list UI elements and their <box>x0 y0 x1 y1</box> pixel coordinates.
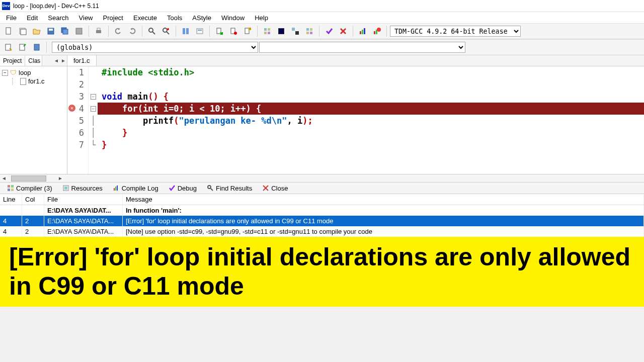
menu-edit[interactable]: Edit <box>23 13 42 23</box>
col-message[interactable]: Message <box>123 194 644 205</box>
menu-file[interactable]: File <box>2 13 21 23</box>
line-number: 6 <box>67 127 84 139</box>
svg-point-21 <box>234 32 237 35</box>
tab-project[interactable]: Project <box>0 56 25 66</box>
tab-classes[interactable]: Clas <box>25 56 42 66</box>
fold-toggle[interactable]: − <box>91 106 96 112</box>
tab-scroll-left[interactable]: ◄ <box>53 58 60 63</box>
compile-run-button[interactable] <box>289 25 302 38</box>
menu-window[interactable]: Window <box>217 13 249 23</box>
tab-compile-log[interactable]: Compile Log <box>108 183 164 194</box>
menu-project[interactable]: Project <box>99 13 127 23</box>
find-button[interactable] <box>145 25 158 38</box>
file-icon <box>20 78 26 85</box>
scroll-right-icon[interactable]: ► <box>56 175 64 181</box>
app-icon: Dev <box>2 2 10 10</box>
separator <box>108 26 109 37</box>
menu-search[interactable]: Search <box>44 13 72 23</box>
compile-button[interactable] <box>261 25 274 38</box>
svg-point-55 <box>208 186 211 189</box>
compiler-row[interactable]: E:\DAYA SAYA\DAT...In function 'main': <box>0 205 644 216</box>
svg-rect-33 <box>306 32 309 34</box>
tab-find-results[interactable]: Find Results <box>202 183 257 194</box>
svg-rect-34 <box>310 32 312 34</box>
error-marker-icon[interactable]: ✕ <box>68 105 75 112</box>
close-icon <box>262 185 269 192</box>
tree-file[interactable]: for1.c <box>2 77 65 85</box>
svg-rect-30 <box>295 31 299 35</box>
svg-rect-28 <box>279 29 284 34</box>
profile-button[interactable] <box>356 25 369 38</box>
toggle-button[interactable] <box>227 25 240 38</box>
new-file-button[interactable] <box>2 25 15 38</box>
rebuild-button[interactable] <box>303 25 316 38</box>
menu-help[interactable]: Help <box>251 13 272 23</box>
run-button[interactable] <box>275 25 288 38</box>
menu-view[interactable]: View <box>75 13 97 23</box>
compiler-row[interactable]: 42E:\DAYA SAYA\DATA...[Note] use option … <box>0 226 644 237</box>
profile-delete-button[interactable] <box>370 25 383 38</box>
member-select[interactable] <box>259 42 465 53</box>
redo-button[interactable] <box>126 25 139 38</box>
menu-tools[interactable]: Tools <box>163 13 186 23</box>
line-number: 1 <box>67 66 84 78</box>
svg-rect-49 <box>11 189 14 191</box>
debug-button[interactable] <box>323 25 336 38</box>
add-button[interactable] <box>16 41 29 54</box>
toolbar-scope: (globals) <box>0 39 644 55</box>
save-all-button[interactable] <box>58 25 71 38</box>
separator <box>209 26 210 37</box>
print-button[interactable] <box>92 25 105 38</box>
compiler-select[interactable]: TDM-GCC 4.9.2 64-bit Release <box>390 26 521 37</box>
scroll-thumb[interactable] <box>11 175 46 182</box>
scroll-left-icon[interactable]: ◄ <box>0 175 8 181</box>
code-editor[interactable]: 1 2 3 ✕4 5 6 7 − − ││└ #include <stdio.h… <box>67 66 644 174</box>
col-col[interactable]: Col <box>22 194 44 205</box>
fold-toggle[interactable]: − <box>91 94 96 100</box>
open-button[interactable] <box>30 25 43 38</box>
goto-button[interactable] <box>179 25 192 38</box>
tree-root[interactable]: − 🛡 loop <box>2 68 65 77</box>
banner-text: [Error] 'for' loop initial declarations … <box>9 243 635 301</box>
expander-icon[interactable]: − <box>2 70 8 76</box>
save-as-button[interactable] <box>72 25 86 38</box>
toolbar-main: TDM-GCC 4.9.2 64-bit Release <box>0 23 644 39</box>
tab-scroll-right[interactable]: ► <box>60 58 67 63</box>
remove-button[interactable] <box>30 41 43 54</box>
project-tree: − 🛡 loop for1.c <box>0 66 67 87</box>
tab-compiler[interactable]: Compiler (3) <box>2 183 57 194</box>
menu-astyle[interactable]: AStyle <box>188 13 215 23</box>
svg-rect-39 <box>364 28 365 34</box>
project-panel: Project Clas ◄ ► − 🛡 loop for1.c <box>0 55 67 174</box>
undo-button[interactable] <box>112 25 125 38</box>
save-button[interactable] <box>44 25 57 38</box>
check-icon <box>169 185 176 192</box>
compiler-row[interactable]: 42E:\DAYA SAYA\DATA...[Error] 'for' loop… <box>0 216 644 226</box>
svg-rect-9 <box>97 28 100 30</box>
svg-rect-19 <box>217 28 221 34</box>
svg-rect-23 <box>264 28 267 31</box>
tab-resources[interactable]: Resources <box>57 183 108 194</box>
replace-button[interactable] <box>159 25 173 38</box>
stop-button[interactable] <box>337 25 350 38</box>
svg-line-11 <box>152 32 155 34</box>
resources-icon <box>62 185 69 192</box>
col-line[interactable]: Line <box>0 194 22 205</box>
hscrollbar[interactable]: ◄ ► <box>0 174 644 182</box>
col-file[interactable]: File <box>44 194 123 205</box>
tab-close[interactable]: Close <box>257 183 293 194</box>
goto-bookmark-button[interactable] <box>241 25 254 38</box>
new-class-button[interactable] <box>2 41 15 54</box>
svg-rect-15 <box>183 28 185 34</box>
code-content[interactable]: #include <stdio.h> void main() { for(int… <box>98 66 644 174</box>
error-line[interactable]: for(int i=0; i < 10; i++) { <box>98 103 644 115</box>
new-project-button[interactable] <box>16 25 29 38</box>
editor-tab-for1[interactable]: for1.c <box>67 55 97 66</box>
svg-point-42 <box>377 28 381 32</box>
svg-rect-52 <box>114 188 115 191</box>
menu-execute[interactable]: Execute <box>129 13 161 23</box>
tab-debug[interactable]: Debug <box>164 183 202 194</box>
bookmark-button[interactable] <box>193 25 206 38</box>
insert-button[interactable] <box>213 25 226 38</box>
scope-select[interactable]: (globals) <box>52 42 258 53</box>
